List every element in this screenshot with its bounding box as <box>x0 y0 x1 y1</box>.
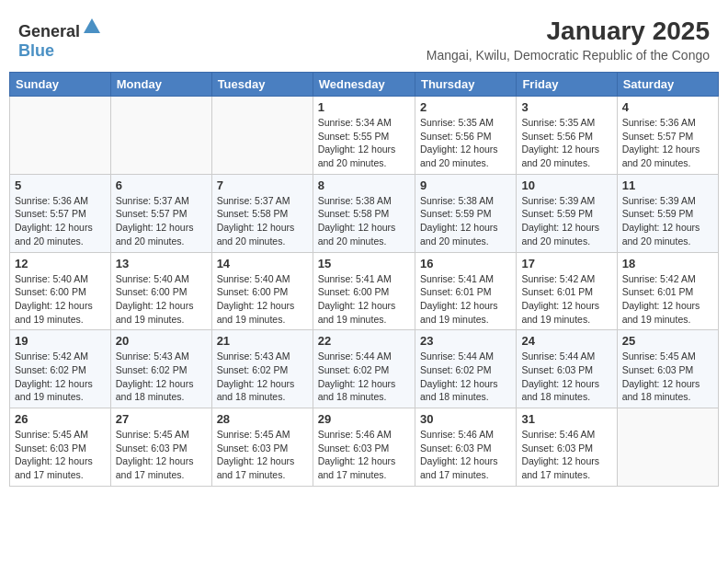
col-sunday: Sunday <box>10 73 111 97</box>
table-row: 31 Sunrise: 5:46 AMSunset: 6:03 PMDaylig… <box>517 408 617 487</box>
day-info: Sunrise: 5:34 AMSunset: 5:55 PMDaylight:… <box>318 117 396 168</box>
day-number: 29 <box>318 412 410 426</box>
day-info: Sunrise: 5:46 AMSunset: 6:03 PMDaylight:… <box>521 429 599 480</box>
day-number: 2 <box>420 100 511 114</box>
table-row: 18 Sunrise: 5:42 AMSunset: 6:01 PMDaylig… <box>617 252 718 330</box>
table-row: 10 Sunrise: 5:39 AMSunset: 5:59 PMDaylig… <box>517 174 617 252</box>
table-row: 17 Sunrise: 5:42 AMSunset: 6:01 PMDaylig… <box>517 252 617 330</box>
day-number: 12 <box>15 257 106 270</box>
day-info: Sunrise: 5:46 AMSunset: 6:03 PMDaylight:… <box>420 429 498 480</box>
table-row: 29 Sunrise: 5:46 AMSunset: 6:03 PMDaylig… <box>313 408 415 487</box>
day-number: 14 <box>217 257 308 270</box>
day-number: 31 <box>521 412 611 426</box>
day-info: Sunrise: 5:37 AMSunset: 5:58 PMDaylight:… <box>217 195 295 247</box>
table-row: 21 Sunrise: 5:43 AMSunset: 6:02 PMDaylig… <box>211 330 313 408</box>
calendar-week-row: 19 Sunrise: 5:42 AMSunset: 6:02 PMDaylig… <box>10 330 719 408</box>
day-info: Sunrise: 5:36 AMSunset: 5:57 PMDaylight:… <box>622 117 700 168</box>
table-row: 22 Sunrise: 5:44 AMSunset: 6:02 PMDaylig… <box>313 330 415 408</box>
day-number: 10 <box>521 178 611 192</box>
day-info: Sunrise: 5:35 AMSunset: 5:56 PMDaylight:… <box>420 117 498 168</box>
day-info: Sunrise: 5:43 AMSunset: 6:02 PMDaylight:… <box>116 350 194 402</box>
table-row: 27 Sunrise: 5:45 AMSunset: 6:03 PMDaylig… <box>110 408 211 487</box>
table-row: 5 Sunrise: 5:36 AMSunset: 5:57 PMDayligh… <box>10 174 111 252</box>
col-tuesday: Tuesday <box>211 73 313 97</box>
table-row: 15 Sunrise: 5:41 AMSunset: 6:00 PMDaylig… <box>313 252 415 330</box>
day-number: 24 <box>521 334 611 348</box>
day-number: 11 <box>622 178 713 192</box>
table-row: 1 Sunrise: 5:34 AMSunset: 5:55 PMDayligh… <box>313 97 415 175</box>
day-info: Sunrise: 5:42 AMSunset: 6:01 PMDaylight:… <box>622 273 700 325</box>
table-row: 11 Sunrise: 5:39 AMSunset: 5:59 PMDaylig… <box>617 174 718 252</box>
logo: General Blue <box>18 17 102 61</box>
month-year-title: January 2025 <box>427 17 710 46</box>
day-number: 15 <box>318 257 410 270</box>
logo-icon <box>82 17 102 37</box>
day-number: 17 <box>521 257 611 270</box>
day-info: Sunrise: 5:44 AMSunset: 6:02 PMDaylight:… <box>318 350 396 402</box>
table-row: 28 Sunrise: 5:45 AMSunset: 6:03 PMDaylig… <box>211 408 313 487</box>
day-info: Sunrise: 5:41 AMSunset: 6:01 PMDaylight:… <box>420 273 498 325</box>
table-row: 24 Sunrise: 5:44 AMSunset: 6:03 PMDaylig… <box>517 330 617 408</box>
day-number: 4 <box>622 100 713 114</box>
svg-marker-0 <box>84 18 100 33</box>
day-number: 23 <box>420 334 511 348</box>
table-row: 26 Sunrise: 5:45 AMSunset: 6:03 PMDaylig… <box>10 408 111 487</box>
day-info: Sunrise: 5:45 AMSunset: 6:03 PMDaylight:… <box>217 429 295 480</box>
day-number: 21 <box>217 334 308 348</box>
day-number: 22 <box>318 334 410 348</box>
table-row: 7 Sunrise: 5:37 AMSunset: 5:58 PMDayligh… <box>211 174 313 252</box>
logo-blue-text: Blue <box>18 41 54 60</box>
table-row: 8 Sunrise: 5:38 AMSunset: 5:58 PMDayligh… <box>313 174 415 252</box>
day-number: 19 <box>15 334 106 348</box>
day-number: 3 <box>521 100 611 114</box>
day-info: Sunrise: 5:45 AMSunset: 6:03 PMDaylight:… <box>15 429 93 480</box>
day-info: Sunrise: 5:44 AMSunset: 6:02 PMDaylight:… <box>420 350 498 402</box>
table-row: 30 Sunrise: 5:46 AMSunset: 6:03 PMDaylig… <box>415 408 516 487</box>
col-friday: Friday <box>517 73 617 97</box>
table-row: 25 Sunrise: 5:45 AMSunset: 6:03 PMDaylig… <box>617 330 718 408</box>
col-monday: Monday <box>110 73 211 97</box>
day-info: Sunrise: 5:38 AMSunset: 5:59 PMDaylight:… <box>420 195 498 247</box>
day-info: Sunrise: 5:38 AMSunset: 5:58 PMDaylight:… <box>318 195 396 247</box>
calendar-week-row: 12 Sunrise: 5:40 AMSunset: 6:00 PMDaylig… <box>10 252 719 330</box>
table-row: 9 Sunrise: 5:38 AMSunset: 5:59 PMDayligh… <box>415 174 516 252</box>
col-thursday: Thursday <box>415 73 516 97</box>
table-row: 4 Sunrise: 5:36 AMSunset: 5:57 PMDayligh… <box>617 97 718 175</box>
day-info: Sunrise: 5:39 AMSunset: 5:59 PMDaylight:… <box>622 195 700 247</box>
col-saturday: Saturday <box>617 73 718 97</box>
table-row <box>617 408 718 487</box>
day-number: 6 <box>116 178 207 192</box>
day-number: 26 <box>15 412 106 426</box>
day-info: Sunrise: 5:45 AMSunset: 6:03 PMDaylight:… <box>622 350 700 402</box>
day-number: 28 <box>217 412 308 426</box>
day-info: Sunrise: 5:35 AMSunset: 5:56 PMDaylight:… <box>521 117 599 168</box>
day-info: Sunrise: 5:39 AMSunset: 5:59 PMDaylight:… <box>521 195 599 247</box>
table-row: 12 Sunrise: 5:40 AMSunset: 6:00 PMDaylig… <box>10 252 111 330</box>
table-row: 23 Sunrise: 5:44 AMSunset: 6:02 PMDaylig… <box>415 330 516 408</box>
day-number: 7 <box>217 178 308 192</box>
table-row <box>110 97 211 175</box>
day-number: 27 <box>116 412 207 426</box>
day-info: Sunrise: 5:42 AMSunset: 6:01 PMDaylight:… <box>521 273 599 325</box>
day-number: 1 <box>318 100 410 114</box>
header: General Blue January 2025 Mangai, Kwilu,… <box>9 9 719 66</box>
day-info: Sunrise: 5:41 AMSunset: 6:00 PMDaylight:… <box>318 273 396 325</box>
title-area: January 2025 Mangai, Kwilu, Democratic R… <box>427 17 710 63</box>
day-number: 30 <box>420 412 511 426</box>
day-number: 25 <box>622 334 713 348</box>
table-row <box>10 97 111 175</box>
table-row: 2 Sunrise: 5:35 AMSunset: 5:56 PMDayligh… <box>415 97 516 175</box>
day-info: Sunrise: 5:40 AMSunset: 6:00 PMDaylight:… <box>116 273 194 325</box>
day-number: 8 <box>318 178 410 192</box>
calendar-week-row: 26 Sunrise: 5:45 AMSunset: 6:03 PMDaylig… <box>10 408 719 487</box>
day-info: Sunrise: 5:43 AMSunset: 6:02 PMDaylight:… <box>217 350 295 402</box>
table-row <box>211 97 313 175</box>
table-row: 3 Sunrise: 5:35 AMSunset: 5:56 PMDayligh… <box>517 97 617 175</box>
day-info: Sunrise: 5:40 AMSunset: 6:00 PMDaylight:… <box>15 273 93 325</box>
day-number: 13 <box>116 257 207 270</box>
day-number: 16 <box>420 257 511 270</box>
calendar-table: Sunday Monday Tuesday Wednesday Thursday… <box>9 72 719 487</box>
day-info: Sunrise: 5:36 AMSunset: 5:57 PMDaylight:… <box>15 195 93 247</box>
table-row: 20 Sunrise: 5:43 AMSunset: 6:02 PMDaylig… <box>110 330 211 408</box>
day-number: 18 <box>622 257 713 270</box>
